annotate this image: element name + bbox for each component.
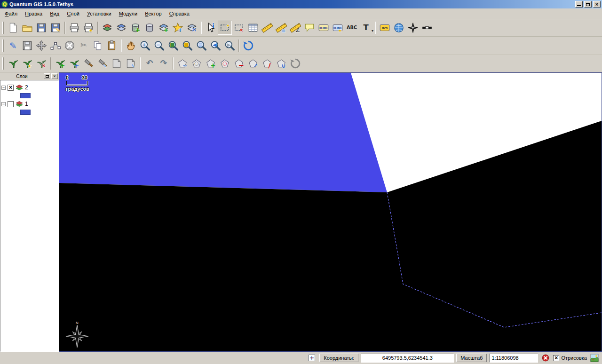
split-features[interactable]: / [260, 56, 274, 71]
measure-area[interactable]: ■ [274, 21, 288, 35]
open-attribute-table[interactable] [246, 21, 260, 35]
zoom-next[interactable]: ▶ [222, 39, 237, 53]
merge-features[interactable]: ∪ [274, 56, 288, 71]
zoom-in[interactable]: + [138, 39, 152, 53]
scale-bar-decoration[interactable] [420, 21, 434, 35]
zoom-to-selection[interactable]: ■ [180, 39, 194, 53]
composer-manager[interactable]: ★ [81, 21, 95, 35]
projection-globe[interactable] [392, 21, 406, 35]
menu-plugins[interactable]: Модули [115, 9, 141, 18]
panel-close-button[interactable]: × [51, 73, 58, 79]
minimize-button[interactable] [575, 1, 583, 8]
grass-add-vector-layer[interactable]: + [53, 56, 67, 71]
north-arrow-decoration[interactable] [406, 21, 420, 35]
node-tool[interactable] [48, 39, 63, 53]
menu-settings[interactable]: Установки [83, 9, 115, 18]
add-part[interactable]: + [204, 56, 218, 71]
menu-edit[interactable]: Правка [21, 9, 46, 18]
mouse-position-icon[interactable] [307, 353, 317, 363]
add-spatialite-layer[interactable] [143, 21, 157, 35]
scale-input[interactable] [489, 354, 538, 363]
grass-edit-region[interactable]: ✎ [124, 56, 138, 71]
zoom-last[interactable]: ◀ [208, 39, 222, 53]
layer-name[interactable]: 1 [25, 101, 28, 107]
layer-visibility-checkbox[interactable] [8, 101, 14, 107]
select-features[interactable]: ★ [218, 21, 232, 35]
panel-float-button[interactable] [44, 73, 50, 79]
zoom-full-extent[interactable]: ■ [166, 39, 180, 53]
add-wfs-layer[interactable]: + [171, 21, 185, 35]
expand-toggle[interactable]: − [1, 102, 6, 106]
expand-toggle[interactable]: − [1, 86, 6, 90]
move-feature[interactable] [34, 39, 48, 53]
zoom-out[interactable]: − [152, 39, 166, 53]
delete-selected[interactable] [63, 39, 77, 53]
grass-new-mapset[interactable]: ★ [20, 56, 34, 71]
pan-map[interactable] [124, 39, 138, 53]
delete-ring[interactable]: ○ [218, 56, 232, 71]
render-checkbox[interactable]: × [553, 355, 559, 361]
dropdown-arrow-icon[interactable]: ▾ [372, 29, 373, 33]
labeling[interactable]: ABC [345, 21, 359, 35]
measure-line[interactable] [260, 21, 274, 35]
simplify-feature[interactable]: ~ [175, 56, 190, 71]
stop-render-button[interactable] [540, 353, 551, 363]
layer-visibility-checkbox[interactable]: × [8, 85, 14, 91]
add-raster-layer[interactable] [114, 21, 128, 35]
restore-button[interactable] [584, 1, 592, 8]
save-project-as[interactable]: ✎ [48, 21, 63, 35]
text-annotation[interactable]: T▾ [359, 21, 373, 35]
render-toggle[interactable]: × Отрисовка [553, 355, 587, 361]
grass-close-mapset[interactable]: ✕ [34, 56, 48, 71]
save-edits[interactable] [20, 39, 34, 53]
delete-part[interactable]: − [232, 56, 246, 71]
coordinates-input[interactable] [361, 354, 454, 363]
toolbar-handle[interactable] [2, 40, 4, 52]
grass-open-mapset[interactable] [6, 56, 20, 71]
refresh-map[interactable] [241, 39, 255, 53]
layer-name[interactable]: 2 [25, 84, 28, 91]
cut-features[interactable]: ✂ [77, 39, 91, 53]
menu-vector[interactable]: Вектор [141, 9, 166, 18]
add-ring[interactable]: ○ [190, 56, 204, 71]
close-button[interactable]: × [593, 1, 601, 8]
toggle-editing[interactable]: ✎ [6, 39, 20, 53]
deselect-features[interactable]: ✕ [232, 21, 246, 35]
menu-help[interactable]: Справка [166, 9, 193, 18]
save-project[interactable] [34, 21, 48, 35]
layer-row[interactable]: − 1 [1, 100, 57, 108]
new-bookmark[interactable]: HOME [317, 21, 331, 35]
grass-open-tools[interactable] [81, 56, 95, 71]
layer-row[interactable]: − × 2 [1, 83, 57, 92]
map-canvas[interactable]: 0 30 градусов N [59, 72, 602, 352]
menu-view[interactable]: Вид [46, 9, 63, 18]
measure-angle[interactable]: ∠ [288, 21, 302, 35]
add-vector-layer[interactable] [100, 21, 114, 35]
map-tips[interactable] [302, 21, 317, 35]
add-wms-layer-icon: + [158, 22, 169, 33]
reshape-features[interactable]: ↗ [246, 56, 260, 71]
show-bookmarks[interactable]: HOME★ [331, 21, 345, 35]
menu-file[interactable]: Файл [1, 9, 21, 18]
new-print-composer[interactable] [67, 21, 81, 35]
rotate-point-symbols[interactable] [288, 56, 302, 71]
toolbar-handle[interactable] [2, 22, 4, 34]
new-project[interactable] [6, 21, 20, 35]
add-wms-layer[interactable]: + [157, 21, 171, 35]
grass-edit-vector[interactable]: ✎ [95, 56, 110, 71]
identify-features[interactable]: i [204, 21, 218, 35]
zoom-to-layer[interactable]: ≡ [194, 39, 208, 53]
redo[interactable]: ↷ [157, 56, 171, 71]
toolbar-handle[interactable] [2, 57, 4, 70]
copyright-label-decoration[interactable]: d2s [378, 21, 392, 35]
remove-layer[interactable]: ✕ [185, 21, 199, 35]
undo[interactable]: ↶ [143, 56, 157, 71]
paste-features[interactable] [105, 39, 119, 53]
add-postgis-layer[interactable]: + [128, 21, 143, 35]
grass-display-region[interactable] [110, 56, 124, 71]
copy-features[interactable] [91, 39, 105, 53]
titlebar[interactable]: Q Quantum GIS 1.5.0-Tethys × [0, 0, 602, 8]
open-project[interactable] [20, 21, 34, 35]
menu-layer[interactable]: Слой [63, 9, 83, 18]
grass-add-raster-layer[interactable]: + [67, 56, 81, 71]
